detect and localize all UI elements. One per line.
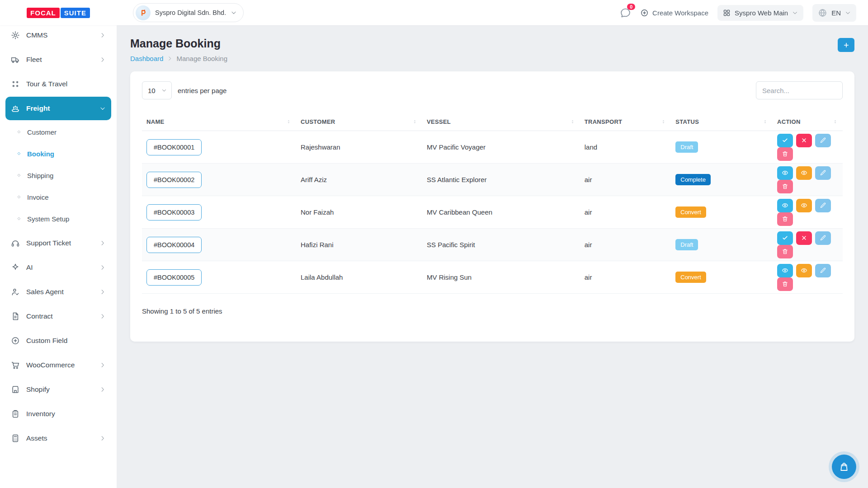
chevron-right-icon — [99, 362, 106, 368]
delete-button[interactable] — [777, 212, 793, 226]
cell-transport: air — [580, 229, 671, 261]
column-header-action[interactable]: ACTION — [773, 113, 843, 131]
view-button[interactable] — [777, 166, 793, 180]
workspace-switcher[interactable]: Syspro Web Main — [717, 5, 803, 21]
sidebar-item-woocommerce[interactable]: WooCommerce — [5, 353, 111, 377]
sidebar-subitem-shipping[interactable]: Shipping — [5, 164, 111, 186]
trash-icon — [782, 216, 788, 222]
sort-icon — [286, 119, 292, 125]
breadcrumb: Dashboard Manage Booking — [130, 55, 227, 62]
main-content: Manage Booking Dashboard Manage Booking … — [117, 25, 868, 488]
delete-button[interactable] — [777, 245, 793, 258]
logo-part-focal: FOCAL — [27, 8, 60, 18]
reject-button[interactable] — [796, 231, 812, 245]
entries-per-page-select[interactable]: 10 — [142, 81, 172, 99]
approve-button[interactable] — [777, 231, 793, 245]
cell-customer: Laila Abdullah — [296, 261, 422, 294]
chat-button[interactable]: 0 — [620, 7, 631, 19]
delete-button[interactable] — [777, 180, 793, 193]
sidebar-item-inventory[interactable]: Inventory — [5, 402, 111, 426]
edit-button[interactable] — [815, 166, 831, 180]
booking-code[interactable]: #BOOK00001 — [146, 139, 202, 155]
cell-transport: air — [580, 196, 671, 229]
company-avatar — [136, 5, 151, 20]
sidebar-item-fleet[interactable]: Fleet — [5, 48, 111, 71]
booking-code[interactable]: #BOOK00004 — [146, 237, 202, 253]
approve-button[interactable] — [777, 134, 793, 147]
shop-fab-button[interactable] — [832, 455, 856, 479]
eye-icon — [801, 169, 807, 176]
cell-customer: Rajeshwaran — [296, 131, 422, 164]
sidebar-item-contract[interactable]: Contract — [5, 305, 111, 328]
cell-name: #BOOK00002 — [142, 164, 296, 196]
cell-action — [773, 131, 843, 164]
edit-button[interactable] — [815, 199, 831, 212]
search-input[interactable] — [756, 81, 843, 99]
breadcrumb-current: Manage Booking — [176, 55, 227, 62]
table-row: #BOOK00002Ariff AzizSS Atlantic Explorer… — [142, 164, 843, 196]
chevron-right-icon — [99, 313, 106, 319]
cell-status: Convert — [671, 261, 773, 294]
sidebar-subitem-label: Booking — [27, 150, 54, 158]
company-selector[interactable]: Syspro Digital Sdn. Bhd. — [133, 3, 244, 22]
edit-button[interactable] — [815, 134, 831, 147]
plus-circle-icon — [640, 9, 649, 17]
column-header-customer[interactable]: CUSTOMER — [296, 113, 422, 131]
sidebar-item-shopify[interactable]: Shopify — [5, 378, 111, 401]
delete-button[interactable] — [777, 277, 793, 291]
sidebar-subitem-customer[interactable]: Customer — [5, 121, 111, 143]
calculator-icon — [11, 434, 20, 443]
status-badge: Complete — [675, 174, 711, 185]
edit-button[interactable] — [815, 231, 831, 245]
sidebar-item-label: Fleet — [26, 56, 42, 64]
sidebar-item-assets[interactable]: Assets — [5, 427, 111, 450]
booking-code[interactable]: #BOOK00005 — [146, 269, 202, 286]
status-badge: Convert — [675, 272, 706, 283]
sidebar-item-ai[interactable]: AI — [5, 256, 111, 279]
page-title: Manage Booking — [130, 37, 227, 50]
sidebar-subitem-booking[interactable]: Booking — [5, 143, 111, 164]
booking-table-card: 10 entries per page NAMECUSTOMERVESSELTR… — [130, 71, 854, 342]
preview-button[interactable] — [796, 199, 812, 212]
column-header-vessel[interactable]: VESSEL — [422, 113, 580, 131]
add-booking-button[interactable] — [838, 38, 854, 52]
booking-table: NAMECUSTOMERVESSELTRANSPORTSTATUSACTION … — [142, 113, 843, 294]
chevron-right-icon — [99, 264, 106, 271]
language-selector[interactable]: EN — [812, 4, 856, 22]
eye-icon — [782, 169, 788, 176]
table-row: #BOOK00004Hafizi RaniSS Pacific Spiritai… — [142, 229, 843, 261]
sidebar-item-sales-agent[interactable]: Sales Agent — [5, 280, 111, 304]
grid-dots-icon — [11, 80, 20, 89]
sidebar-item-support-ticket[interactable]: Support Ticket — [5, 231, 111, 255]
sidebar-item-tour-travel[interactable]: Tour & Travel — [5, 72, 111, 96]
cell-status: Convert — [671, 196, 773, 229]
cell-status: Draft — [671, 229, 773, 261]
top-header: FOCAL SUITE Syspro Digital Sdn. Bhd. 0 C… — [0, 0, 868, 25]
sidebar-item-freight[interactable]: Freight — [5, 97, 111, 120]
sidebar-item-custom-field[interactable]: Custom Field — [5, 329, 111, 352]
cell-transport: land — [580, 131, 671, 164]
chevron-right-icon — [99, 32, 106, 38]
reject-button[interactable] — [796, 134, 812, 147]
chevron-down-icon — [99, 105, 106, 112]
column-header-name[interactable]: NAME — [142, 113, 296, 131]
column-header-status[interactable]: STATUS — [671, 113, 773, 131]
view-button[interactable] — [777, 264, 793, 277]
pencil-icon — [820, 267, 826, 274]
booking-code[interactable]: #BOOK00003 — [146, 204, 202, 221]
booking-code[interactable]: #BOOK00002 — [146, 172, 202, 188]
sidebar-subitem-system-setup[interactable]: System Setup — [5, 208, 111, 230]
breadcrumb-dashboard-link[interactable]: Dashboard — [130, 55, 163, 62]
preview-button[interactable] — [796, 166, 812, 180]
edit-button[interactable] — [815, 264, 831, 277]
column-header-transport[interactable]: TRANSPORT — [580, 113, 671, 131]
sidebar-item-cmms[interactable]: CMMS — [5, 25, 111, 47]
view-button[interactable] — [777, 199, 793, 212]
create-workspace-button[interactable]: Create Workspace — [640, 9, 708, 17]
sidebar-subitem-invoice[interactable]: Invoice — [5, 186, 111, 208]
sidebar-subitem-label: Customer — [27, 128, 57, 136]
preview-button[interactable] — [796, 264, 812, 277]
plus-icon — [843, 42, 850, 49]
table-row: #BOOK00005Laila AbdullahMV Rising Sunair… — [142, 261, 843, 294]
delete-button[interactable] — [777, 147, 793, 161]
